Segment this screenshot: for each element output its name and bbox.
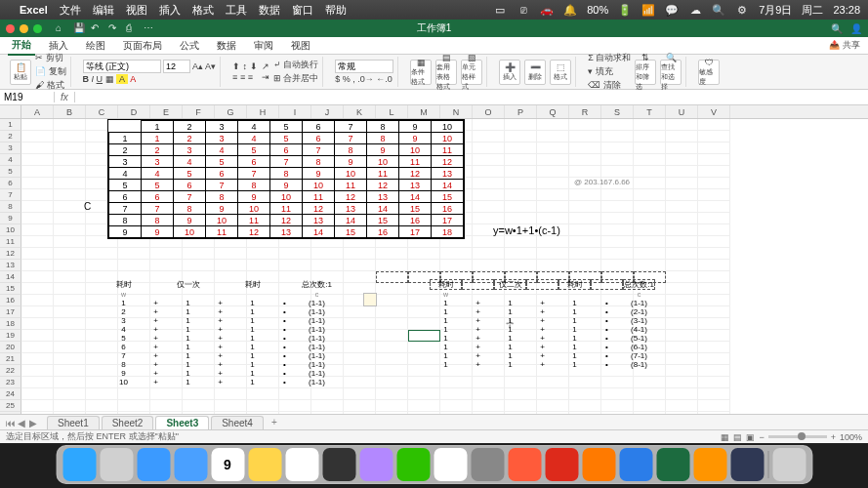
cell[interactable] [21, 295, 54, 306]
cell[interactable] [376, 295, 408, 306]
row-header-21[interactable]: 21 [0, 353, 21, 365]
cell[interactable] [537, 388, 569, 400]
cell[interactable] [183, 260, 215, 271]
cell[interactable] [601, 201, 634, 213]
paste-options-icon[interactable] [363, 293, 377, 306]
menu-tools[interactable]: 工具 [226, 3, 247, 18]
cell[interactable] [54, 178, 86, 189]
cell[interactable] [21, 224, 54, 236]
cell[interactable] [376, 260, 408, 271]
currency-icon[interactable]: $ [335, 74, 340, 84]
cell[interactable] [440, 400, 473, 412]
col-header-D[interactable]: D [118, 105, 150, 118]
col-header-Q[interactable]: Q [537, 105, 569, 118]
cell[interactable] [440, 260, 473, 271]
dock-app-launchpad[interactable] [100, 448, 133, 481]
cell[interactable] [473, 236, 505, 248]
cell[interactable] [569, 377, 601, 388]
dock-app-excel[interactable] [656, 448, 689, 481]
find-select-button[interactable]: 🔍查找和选择 [660, 60, 682, 85]
indent-icon[interactable]: ⇥ [262, 72, 269, 82]
cell[interactable] [537, 189, 569, 201]
fill-color-button[interactable]: A [116, 74, 128, 84]
cell[interactable] [601, 166, 634, 178]
cell[interactable] [666, 295, 698, 306]
cell[interactable] [344, 330, 376, 342]
cell[interactable] [21, 388, 54, 400]
cell[interactable] [666, 154, 698, 166]
row-header-15[interactable]: 15 [0, 283, 21, 295]
cell[interactable] [215, 400, 247, 412]
cell[interactable] [537, 377, 569, 388]
menu-format[interactable]: 格式 [192, 3, 214, 18]
cell[interactable] [247, 248, 279, 260]
cell[interactable] [698, 131, 730, 142]
cell[interactable] [569, 388, 601, 400]
cell[interactable] [215, 248, 247, 260]
col-header-L[interactable]: L [376, 105, 408, 118]
cell[interactable] [344, 377, 376, 388]
row-header-11[interactable]: 11 [0, 236, 21, 248]
cell[interactable] [666, 178, 698, 189]
cell[interactable] [118, 260, 150, 271]
cell[interactable] [505, 400, 537, 412]
cloud-icon[interactable]: ☁ [688, 3, 702, 17]
cell[interactable] [21, 213, 54, 224]
zoom-slider[interactable] [768, 435, 827, 438]
cell[interactable] [505, 142, 537, 154]
cell[interactable] [698, 236, 730, 248]
cell[interactable] [21, 178, 54, 189]
cell[interactable] [21, 283, 54, 295]
cell[interactable] [569, 260, 601, 271]
cell[interactable] [344, 306, 376, 318]
cell[interactable] [86, 260, 118, 271]
home-icon[interactable]: ⌂ [56, 22, 67, 34]
cell[interactable] [376, 283, 408, 295]
dec-decimal-icon[interactable]: ←.0 [376, 74, 393, 84]
cell[interactable] [569, 166, 601, 178]
cell[interactable] [569, 131, 601, 142]
col-header-N[interactable]: N [440, 105, 473, 118]
cell[interactable] [505, 154, 537, 166]
cell[interactable] [666, 365, 698, 377]
cell[interactable] [666, 224, 698, 236]
cell[interactable] [473, 166, 505, 178]
cell[interactable] [601, 388, 634, 400]
cell[interactable] [183, 388, 215, 400]
col-header-K[interactable]: K [344, 105, 376, 118]
number-format-select[interactable] [335, 60, 393, 73]
cell[interactable] [537, 131, 569, 142]
cell[interactable] [537, 154, 569, 166]
dock-app-mail[interactable] [174, 448, 207, 481]
cell[interactable] [440, 388, 473, 400]
row-header-5[interactable]: 5 [0, 166, 21, 178]
search-icon[interactable]: 🔍 [712, 3, 725, 17]
cell[interactable] [537, 178, 569, 189]
col-header-S[interactable]: S [601, 105, 634, 118]
row-header-24[interactable]: 24 [0, 388, 21, 400]
row-header-1[interactable]: 1 [0, 119, 21, 131]
cell[interactable] [376, 330, 408, 342]
cell[interactable] [634, 119, 666, 131]
cell[interactable] [344, 248, 376, 260]
cell[interactable] [279, 412, 311, 414]
dock-app-finder[interactable] [62, 448, 96, 481]
cell-style-button[interactable]: ▧单元格样式 [461, 60, 482, 85]
cell[interactable] [21, 318, 54, 330]
cell[interactable] [505, 236, 537, 248]
cell[interactable] [569, 400, 601, 412]
cell[interactable] [279, 388, 311, 400]
row-header-16[interactable]: 16 [0, 295, 21, 306]
col-header-V[interactable]: V [698, 105, 730, 118]
cell[interactable] [666, 201, 698, 213]
cell[interactable] [376, 318, 408, 330]
cell[interactable] [698, 166, 730, 178]
row-header-10[interactable]: 10 [0, 224, 21, 236]
cell[interactable] [54, 248, 86, 260]
cell[interactable] [601, 131, 634, 142]
cell[interactable] [666, 236, 698, 248]
cell[interactable] [601, 154, 634, 166]
cell[interactable] [54, 306, 86, 318]
col-header-B[interactable]: B [54, 105, 86, 118]
cell[interactable] [505, 119, 537, 131]
